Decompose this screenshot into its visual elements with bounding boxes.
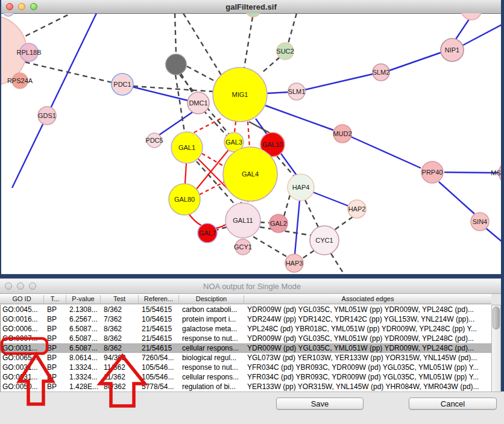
graph-edge-blue <box>486 228 501 243</box>
graph-node-label: CYC1 <box>315 237 333 244</box>
table-cell: YDR009W (pd) YGL035C, YML051W (pp) YDR00… <box>245 344 491 352</box>
column-header-desciption[interactable]: Desciption <box>179 295 244 303</box>
graph-node-GAL4[interactable]: GAL4 <box>223 147 277 201</box>
graph-node-label: GCY1 <box>234 243 252 251</box>
graph-edge-red-dashed <box>235 122 236 132</box>
graph-node-SLM2[interactable]: SLM2 <box>373 64 390 81</box>
noa-output-window: NOA output for Single Mode GO IDT...P-va… <box>0 278 504 424</box>
network-canvas[interactable]: RPL18BRPS24AGDS1PDC1DMC1MIG1SUC2SLM1SLM2… <box>1 13 501 275</box>
graph-node-PDC1[interactable]: PDC1 <box>112 73 133 95</box>
graph-edge-dark-dashed <box>261 57 280 73</box>
graph-node-clipped-top-left[interactable] <box>3 13 14 16</box>
graph-node-label: GAL1 <box>178 144 195 151</box>
table-body: GO:0045...BP2.1308...8/36215/54615carbon… <box>0 305 491 392</box>
table-row[interactable]: GO:0006...BP6.5087...8/36221/54615galact… <box>1 324 491 334</box>
graph-node-GAL80[interactable]: GAL80 <box>169 184 200 215</box>
table-cell: YDR244W (pp) YDR142C, YDR142C (pp) YGL15… <box>245 315 491 323</box>
table-cell: 7/362 <box>101 315 139 323</box>
table-cell: BP <box>45 344 67 352</box>
graph-node-PDC5[interactable]: PDC5 <box>145 133 163 148</box>
scrollbar-thumb[interactable] <box>493 307 500 329</box>
graph-node-label: GAL7 <box>199 229 216 237</box>
graph-node-GCY1[interactable]: GCY1 <box>234 239 252 255</box>
table-cell: cellular respons... <box>180 344 245 352</box>
graph-node-GAL1[interactable]: GAL1 <box>171 132 203 163</box>
graph-edge-dark-dashed <box>260 222 270 223</box>
table-cell: BP <box>45 315 67 323</box>
column-header-t-[interactable]: T... <box>44 295 66 303</box>
table-cell: YPL248C (pd) YBR018C, YML051W (pp) YDR00… <box>245 325 491 333</box>
table-row[interactable]: GO:0007...BP6.5087...8/36221/54615respon… <box>1 334 491 343</box>
noa-window-titlebar: NOA output for Single Mode <box>0 279 504 294</box>
graph-node-HAP3[interactable]: HAP3 <box>285 254 303 272</box>
graph-node-CYC1[interactable]: CYC1 <box>310 226 339 255</box>
graph-edge-blue <box>263 105 333 130</box>
graph-node-clipped-top-green[interactable] <box>245 13 261 17</box>
graph-edge-blue <box>305 74 373 90</box>
graph-node-GAL11[interactable]: GAL11 <box>225 203 260 238</box>
graph-edge-red-dashed <box>193 119 221 133</box>
table-cell: response to nut... <box>180 363 245 372</box>
column-header-associated-edges[interactable]: Associated edges <box>244 295 491 303</box>
graph-edge-dark-dashed <box>187 66 214 81</box>
graph-window-title: galFiltered.sif <box>1 2 501 11</box>
table-cell: GO:0031... <box>1 373 45 381</box>
graph-node-DMC1[interactable]: DMC1 <box>187 92 209 114</box>
table-cell: biological regul... <box>180 354 245 362</box>
table-cell: BP <box>45 334 67 343</box>
graph-node-GAL7[interactable]: GAL7 <box>198 223 217 243</box>
graph-node-label: MUD2 <box>333 130 351 137</box>
table-row[interactable]: GO:0031...BP1.3324...11/362105/546...cel… <box>1 372 491 382</box>
save-button[interactable]: Save <box>276 398 364 410</box>
table-cell: 10/54615 <box>139 315 180 323</box>
graph-node-MIG1[interactable]: MIG1 <box>213 67 267 122</box>
table-cell: YDR009W (pd) YGL035C, YML051W (pp) YDR00… <box>245 334 491 343</box>
table-cell: 94/362 <box>101 354 139 362</box>
vertical-scrollbar[interactable] <box>491 305 501 392</box>
graph-node-GDS1[interactable]: GDS1 <box>38 107 56 125</box>
graph-window: galFiltered.sif RPL18BRPS24AGDS1PDC1DMC1… <box>1 0 501 275</box>
graph-node-clipped-top-right[interactable] <box>461 13 482 20</box>
graph-node-PRP40[interactable]: PRP40 <box>421 161 443 183</box>
graph-node-label: SIN4 <box>473 218 487 225</box>
table-cell: BP <box>45 325 67 333</box>
column-header-p-value[interactable]: P-value <box>66 295 101 303</box>
table-row[interactable]: GO:0016...BP6.2567...7/36210/54615protei… <box>1 314 491 324</box>
graph-node-label: GAL10 <box>262 141 283 148</box>
column-header-referen-[interactable]: Referen... <box>139 295 179 303</box>
table-cell: response to nut... <box>180 334 245 343</box>
graph-edge-dark-dashed <box>18 13 71 40</box>
table-row[interactable]: GO:0045...BP2.1308...8/36215/54615carbon… <box>1 305 491 314</box>
graph-node-label: GDS1 <box>38 112 56 119</box>
graph-node-label: HAP4 <box>292 184 310 191</box>
graph-node-label: GAL11 <box>233 217 253 224</box>
graph-node-NIP1[interactable]: NIP1 <box>441 39 464 61</box>
table-cell: 6.5087... <box>67 344 101 352</box>
table-cell: cellular respons... <box>180 373 245 381</box>
table-row[interactable]: GO:0031...BP1.3324...11/362105/546...res… <box>1 363 491 372</box>
graph-node-MUD2[interactable]: MUD2 <box>333 125 351 143</box>
table-cell: 1.428E... <box>67 382 101 391</box>
table-cell: 11/362 <box>101 363 139 372</box>
column-header-go-id[interactable]: GO ID <box>0 295 44 303</box>
table-cell: GO:0050... <box>1 382 45 391</box>
graph-node-HAP4[interactable]: HAP4 <box>288 174 314 201</box>
graph-node-GAL2[interactable]: GAL2 <box>269 214 288 232</box>
table-row[interactable]: GO:0050...BP1.428E...80/3625778/54...reg… <box>1 382 491 391</box>
graph-node-unlabeled-gray[interactable] <box>166 54 186 75</box>
graph-node-HAP2[interactable]: HAP2 <box>348 200 366 218</box>
graph-edge-blue <box>456 19 469 39</box>
table-row[interactable]: GO:0031...BP6.5087...8/36221/54615cellul… <box>1 343 491 353</box>
graph-node-label: MIG1 <box>232 91 248 98</box>
graph-window-titlebar: galFiltered.sif <box>1 0 501 14</box>
table-cell: GO:0016... <box>1 315 45 323</box>
graph-edge-dark-dashed <box>244 17 253 68</box>
column-header-test[interactable]: Test <box>101 295 139 303</box>
graph-node-MSI[interactable]: MSI <box>491 162 501 184</box>
graph-node-SLM1[interactable]: SLM1 <box>288 83 306 100</box>
graph-node-SIN4[interactable]: SIN4 <box>471 213 489 231</box>
graph-node-SUC2[interactable]: SUC2 <box>276 43 294 60</box>
table-row[interactable]: GO:0065...BP8.0614...94/3627260/54...bio… <box>1 353 491 363</box>
cancel-button[interactable]: Cancel <box>409 398 497 410</box>
table-cell: 7260/54... <box>139 354 180 362</box>
